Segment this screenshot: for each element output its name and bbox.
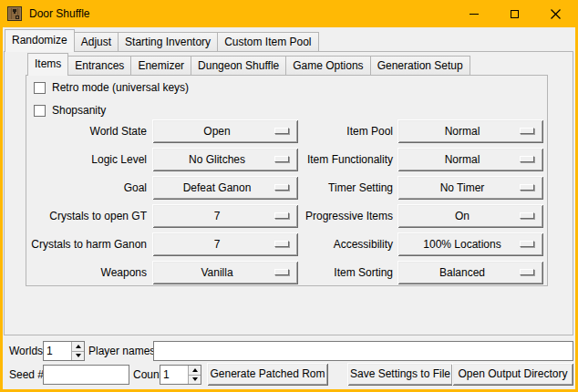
tab-items[interactable]: Items: [27, 53, 68, 76]
spin-down-icon: [192, 377, 198, 381]
shopsanity-checkbox[interactable]: Shopsanity: [34, 104, 106, 117]
logic-level-dropdown[interactable]: No Glitches: [152, 148, 298, 171]
seed-label: Seed #: [9, 365, 44, 385]
item-pool-dropdown[interactable]: Normal: [397, 119, 543, 143]
progressive-items-dropdown[interactable]: On: [397, 204, 543, 228]
item-sorting-label: Item Sorting: [287, 261, 393, 284]
dropdown-value: On: [455, 210, 486, 222]
seed-field: [43, 365, 129, 385]
worlds-label: Worlds: [9, 341, 43, 361]
dropdown-value: Vanilla: [201, 266, 249, 279]
accessibility-label: Accessibility: [287, 232, 393, 256]
world-state-dropdown[interactable]: Open: [152, 119, 298, 143]
tab-starting-inventory[interactable]: Starting Inventory: [118, 32, 218, 51]
tab-generation-setup[interactable]: Generation Setup: [370, 56, 470, 75]
crystals-gt-label: Crystals to open GT: [26, 204, 147, 228]
spin-up-icon: [76, 345, 81, 348]
door-icon: [7, 6, 22, 21]
player-names-input[interactable]: [154, 342, 573, 360]
checkbox-label: Shopsanity: [52, 104, 106, 117]
tab-dungeon-shuffle[interactable]: Dungeon Shuffle: [191, 56, 286, 75]
inner-tab-bar: Items Entrances Enemizer Dungeon Shuffle…: [27, 53, 470, 75]
progressive-items-label: Progressive Items: [287, 204, 393, 228]
crystals-ganon-dropdown[interactable]: 7: [152, 232, 298, 256]
player-names-label: Player names: [88, 341, 155, 361]
tab-game-options[interactable]: Game Options: [285, 56, 370, 75]
option-row: Logic Level No Glitches Item Functionali…: [26, 148, 547, 171]
dropdown-value: Normal: [445, 125, 497, 138]
item-functionality-dropdown[interactable]: Normal: [397, 148, 543, 171]
weapons-dropdown[interactable]: Vanilla: [152, 261, 298, 284]
dropdown-value: 100% Locations: [423, 238, 517, 251]
caption-buttons: [453, 0, 576, 27]
spin-buttons: [188, 366, 201, 384]
titlebar[interactable]: Door Shuffle: [0, 0, 578, 27]
spin-down-button[interactable]: [188, 375, 201, 385]
item-functionality-label: Item Functionality: [287, 148, 393, 171]
dropdown-value: 7: [214, 210, 237, 222]
timer-setting-dropdown[interactable]: No Timer: [397, 176, 543, 200]
item-pool-label: Item Pool: [287, 119, 393, 143]
seed-input[interactable]: [44, 366, 129, 384]
close-button[interactable]: [535, 0, 576, 27]
dropdown-value: Normal: [445, 153, 497, 166]
tab-randomize[interactable]: Randomize: [5, 29, 75, 52]
tab-entrances[interactable]: Entrances: [67, 56, 131, 75]
menu-dash-indicator: [520, 128, 534, 134]
logic-level-label: Logic Level: [26, 148, 147, 171]
goal-label: Goal: [26, 176, 147, 200]
dropdown-value: No Timer: [440, 181, 501, 194]
goal-dropdown[interactable]: Defeat Ganon: [152, 176, 298, 200]
checkbox-label: Retro mode (universal keys): [52, 81, 189, 94]
count-spinner: [160, 365, 201, 385]
count-input[interactable]: [160, 366, 188, 384]
option-row: Goal Defeat Ganon Timer Setting No Timer: [26, 176, 547, 200]
spin-up-icon: [192, 368, 198, 372]
menu-dash-indicator: [520, 241, 534, 247]
menu-dash-indicator: [520, 212, 534, 219]
retro-mode-checkbox[interactable]: Retro mode (universal keys): [34, 81, 189, 94]
window-title: Door Shuffle: [29, 7, 90, 20]
option-row: Crystals to harm Ganon 7 Accessibility 1…: [26, 232, 547, 256]
dropdown-value: Open: [203, 125, 246, 138]
items-tab-panel: Retro mode (universal keys) Shopsanity W…: [26, 75, 548, 286]
item-sorting-dropdown[interactable]: Balanced: [397, 261, 543, 284]
generate-patched-rom-button[interactable]: Generate Patched Rom: [207, 363, 328, 386]
menu-dash-indicator: [520, 156, 534, 162]
save-settings-button[interactable]: Save Settings to File: [347, 363, 453, 386]
accessibility-dropdown[interactable]: 100% Locations: [397, 232, 543, 256]
checkbox-indicator: [34, 82, 46, 94]
dropdown-value: No Glitches: [189, 153, 262, 166]
door-shuffle-window: Door Shuffle Randomize Adjust Starting I…: [0, 0, 578, 392]
weapons-label: Weapons: [26, 261, 147, 284]
spin-down-icon: [76, 354, 81, 357]
dropdown-value: Balanced: [439, 266, 501, 279]
dropdown-value: Defeat Ganon: [183, 181, 268, 194]
open-output-directory-button[interactable]: Open Output Directory: [452, 363, 573, 386]
menu-dash-indicator: [520, 184, 534, 191]
minimize-icon: [470, 14, 479, 15]
maximize-button[interactable]: [494, 0, 535, 27]
option-row: Crystals to open GT 7 Progressive Items …: [26, 204, 547, 228]
maximize-icon: [511, 10, 519, 18]
tab-enemizer[interactable]: Enemizer: [130, 56, 191, 75]
tab-custom-item-pool[interactable]: Custom Item Pool: [217, 32, 318, 51]
worlds-spinner: [43, 341, 85, 361]
minimize-button[interactable]: [453, 0, 494, 27]
menu-dash-indicator: [520, 269, 534, 275]
dropdown-value: 7: [214, 238, 237, 251]
player-names-field: [153, 341, 573, 361]
option-row: Weapons Vanilla Item Sorting Balanced: [26, 261, 547, 284]
spin-buttons: [71, 342, 84, 360]
checkbox-indicator: [34, 105, 46, 117]
crystals-gt-dropdown[interactable]: 7: [152, 204, 298, 228]
spin-up-button[interactable]: [71, 342, 84, 351]
tab-adjust[interactable]: Adjust: [74, 32, 119, 51]
spin-up-button[interactable]: [188, 366, 201, 375]
close-icon: [551, 9, 561, 19]
outer-tab-bar: Randomize Adjust Starting Inventory Cust…: [5, 29, 318, 51]
spin-down-button[interactable]: [71, 351, 84, 361]
option-row: World State Open Item Pool Normal: [26, 119, 547, 143]
world-state-label: World State: [26, 119, 147, 143]
worlds-input[interactable]: [44, 342, 71, 360]
